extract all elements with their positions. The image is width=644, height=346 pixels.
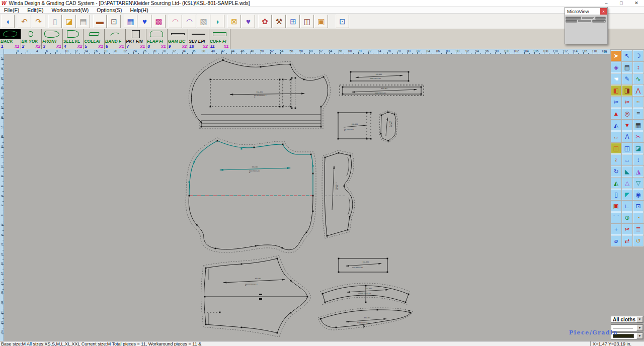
tool-copy-piece-button[interactable]: ◧ [611,85,621,96]
toolbar-size-table-button[interactable]: ▦ [124,15,137,28]
tool-skirt-piece-button[interactable]: ◮ [633,166,643,177]
tool-v-move-button[interactable]: ↕ [633,154,643,165]
microview-close-button[interactable]: x [600,8,607,15]
tool-notch-button[interactable]: ▲ [611,108,621,119]
toolbar-undo-button[interactable]: ↶ [18,15,31,28]
toolbar-grade-heart-button[interactable]: ♥ [138,15,151,28]
tool-seam-arc-button[interactable]: ⌒ [611,212,621,223]
menu-item-edit[interactable]: Edit(E) [23,7,47,13]
toolbar-redo-button[interactable]: ↷ [32,15,45,28]
tool-pair-pieces-button[interactable]: ◫ [622,143,632,154]
tool-mirror-piece-button[interactable]: ◨ [622,85,632,96]
tab-piece-11[interactable]: CUFF FI11x1 [209,29,230,49]
toolbar-heart-purple-button[interactable]: ♥ [242,15,255,28]
tab-piece-7[interactable]: PKT FIN7x1 [126,29,147,49]
tool-polyline-button[interactable]: ∿ [633,73,643,84]
tool-rotate-button[interactable]: ↻ [611,166,621,177]
chevron-down-icon[interactable]: ▼ [636,325,643,331]
tool-knit-fabric-button[interactable]: ▦ [633,120,643,131]
tool-dart-button[interactable]: ◭ [611,120,621,131]
toolbar-pattern-piece-button[interactable]: ◖ [1,15,15,28]
toolbar-tools-button[interactable]: ⚒ [272,15,286,28]
toolbar-mesh-grid-button[interactable]: ▧ [197,15,210,28]
tool-dup-pieces-button[interactable]: ◫ [611,143,621,154]
toolbar-color-table-button[interactable]: ▩ [152,15,166,28]
pattern-piece-pocket[interactable]: KSL-801 PKT PIECES X 1 M [338,112,372,140]
toolbar-layers-button[interactable]: ▣ [314,15,328,28]
tool-flip-pieces-button[interactable]: ◪ [633,143,643,154]
tool-split-piece-button[interactable]: ✂ [622,97,632,108]
toolbar-piece-teal-button[interactable]: ◗ [211,15,224,28]
tab-piece-5[interactable]: COLLAI5x1 [84,29,105,49]
tool-keyboard-entry-button[interactable]: ▤ [622,62,632,73]
toolbar-open-file-button[interactable]: ◪ [62,15,76,28]
tool-cut-piece-button[interactable]: ✂ [611,97,621,108]
toolbar-plotter-button[interactable]: ⊡ [107,15,121,28]
tool-spiral-button[interactable]: ◉ [633,189,643,200]
tool-pointer-button[interactable]: ↖ [622,50,632,61]
pattern-piece-band-long[interactable]: KSL-801 BAND PIECES X 1 [340,85,424,96]
toolbar-new-file-button[interactable]: ▯ [48,15,62,28]
toolbar-save-file-button[interactable]: ▤ [76,15,90,28]
pattern-piece-band-curve[interactable]: KSL-801 COLLAR PIECES X 1 [320,283,411,305]
tool-point-edit-button[interactable]: ⋀ [633,85,643,96]
tool-pencil-button[interactable]: ✎ [622,73,632,84]
tool-select-piece-button[interactable]: ➤ [611,50,621,61]
toolbar-arc-rainbow-button[interactable]: ◠ [183,15,196,28]
tab-piece-6[interactable]: BAND F6x1 [105,29,126,49]
microview-window[interactable]: MicroView x [565,7,608,44]
tool-flip-h-button[interactable]: ◭ [611,178,621,189]
chevron-down-icon[interactable]: ▼ [636,316,643,322]
tool-trace-piece-button[interactable]: ◈ [611,62,621,73]
tab-piece-4[interactable]: SLEEVE4x2 [63,29,84,49]
pattern-piece-yoke[interactable]: KSL-801 BK YOK PIECES X 2 M [189,57,330,129]
tool-waist-piece-button[interactable]: ▯ [611,189,621,200]
maximize-button[interactable]: □ [614,0,629,7]
menu-item-file[interactable]: File(F) [0,7,23,13]
pattern-piece-sleeve[interactable]: KSL-801 SLEEVE PIECES X 2 M [201,255,311,337]
tool-h-move-button[interactable]: ↔ [622,154,632,165]
pattern-piece-back-selected[interactable]: KSL-801 BACK PIECES X 1 M [186,138,316,253]
toolbar-display-button[interactable]: ⊡ [336,15,349,28]
toolbar-palette-button[interactable]: ✿ [258,15,272,28]
tool-tri-select-button[interactable]: ▽ [633,178,643,189]
toolbar-basket-button[interactable]: ◫ [300,15,314,28]
tab-piece-3[interactable]: FRONT3x1 [42,29,63,49]
menu-item-help[interactable]: Help(H) [126,7,152,13]
tab-piece-8[interactable]: FLAP FI8x1 [146,29,168,49]
tool-button-tool-button[interactable]: ◎ [622,108,632,119]
tab-piece-2[interactable]: BK YOK2x2 [21,29,42,49]
toolbar-size-grid-button[interactable]: ⊞ [286,15,300,28]
pattern-piece-crescent[interactable]: KSL-801 BAND PIECES X 1 [318,308,413,330]
tool-curve-adjust-button[interactable]: ≀ [611,154,621,165]
tool-seam-tool-button[interactable]: ≡ [633,108,643,119]
tool-frame-select-button[interactable]: ▣ [611,201,621,212]
close-button[interactable]: ✕ [629,0,644,7]
tab-piece-10[interactable]: SLV EPI10x2 [188,29,209,49]
toolbar-worktable-button[interactable]: ▬ [93,15,107,28]
toolbar-lock-button[interactable]: ⊠ [227,15,241,28]
pattern-canvas[interactable]: KSL-801 BK YOK PIECES X 2 M KSL-801 BAND… [4,54,610,341]
chevron-down-icon[interactable]: ▼ [636,333,643,339]
tool-distance-button[interactable]: ⇄ [622,235,632,246]
tool-curve-length-button[interactable]: ↕ [633,62,643,73]
tool-protractor-button[interactable]: ◔ [633,212,643,223]
tool-curve-scissors-button[interactable]: ✂ [622,224,632,235]
tool-rotate-2-button[interactable]: ↺ [633,235,643,246]
pattern-piece-band-top[interactable]: KSL-801 BAND PIECES X 1 [350,71,410,82]
tool-fold-button[interactable]: ◣ [622,166,632,177]
tool-bottle-symmetry-button[interactable]: ⌀ [611,235,621,246]
pattern-piece-flap[interactable]: FLAP X 1 KSL-801 [379,111,397,142]
toolbar-arc-pink-button[interactable]: ◠ [169,15,182,28]
tool-pleats-button[interactable]: ≣ [633,224,643,235]
menu-item-options[interactable]: Options(S) [93,7,126,13]
tool-measure-tape-button[interactable]: ≈ [633,97,643,108]
tool-axis-point-button[interactable]: + [611,224,621,235]
pattern-piece-side[interactable]: COLLAR X 1 KSL-801 [322,150,355,238]
tool-radius-circle-button[interactable]: ⊕ [622,212,632,223]
microview-titlebar[interactable]: MicroView x [565,8,607,15]
pattern-piece-cuff[interactable]: KSL-801 CUFF PIECES X 1 [338,258,388,273]
tab-piece-9[interactable]: GAM BC9x2 [168,29,189,49]
tool-magnet-points-button[interactable]: ⊡ [633,201,643,212]
tool-cut-corner-button[interactable]: ◤ [622,189,632,200]
